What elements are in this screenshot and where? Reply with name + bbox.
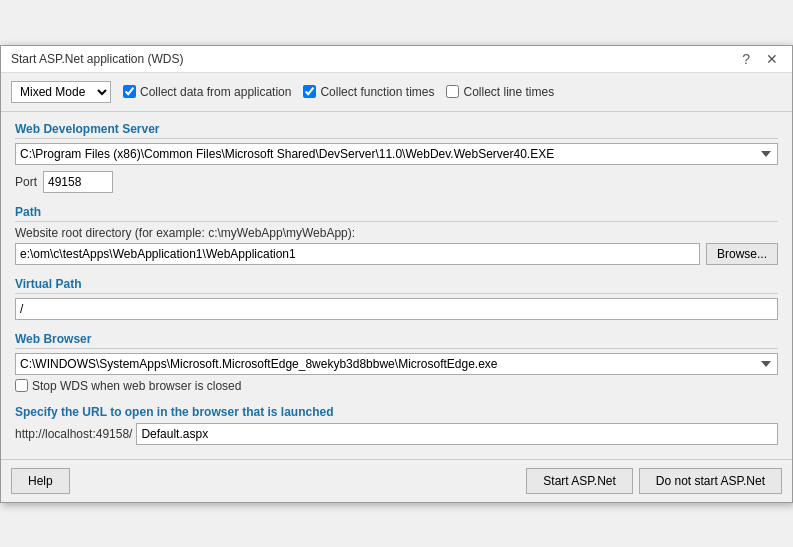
collect-data-checkbox-label[interactable]: Collect data from application: [123, 85, 291, 99]
title-bar-buttons: ? ✕: [738, 52, 782, 66]
port-input[interactable]: [43, 171, 113, 193]
path-section: Path Website root directory (for example…: [15, 205, 778, 265]
web-browser-title: Web Browser: [15, 332, 778, 346]
web-dev-server-title: Web Development Server: [15, 122, 778, 136]
url-row: http://localhost:49158/: [15, 423, 778, 445]
url-section: Specify the URL to open in the browser t…: [15, 405, 778, 445]
virtual-path-row: [15, 298, 778, 320]
virtual-path-section: Virtual Path: [15, 277, 778, 320]
collect-function-label: Collect function times: [320, 85, 434, 99]
dialog-title: Start ASP.Net application (WDS): [11, 52, 184, 66]
stop-wds-row: Stop WDS when web browser is closed: [15, 379, 778, 393]
do-not-start-button[interactable]: Do not start ASP.Net: [639, 468, 782, 494]
path-title: Path: [15, 205, 778, 219]
collect-data-checkbox[interactable]: [123, 85, 136, 98]
collect-function-checkbox[interactable]: [303, 85, 316, 98]
mode-select[interactable]: Mixed Mode: [11, 81, 111, 103]
close-btn[interactable]: ✕: [762, 52, 782, 66]
server-path-select[interactable]: C:\Program Files (x86)\Common Files\Micr…: [15, 143, 778, 165]
server-path-wrapper: C:\Program Files (x86)\Common Files\Micr…: [15, 143, 778, 165]
browser-path-select[interactable]: C:\WINDOWS\SystemApps\Microsoft.Microsof…: [15, 353, 778, 375]
start-aspnet-button[interactable]: Start ASP.Net: [526, 468, 633, 494]
footer-right: Start ASP.Net Do not start ASP.Net: [526, 468, 782, 494]
website-path-row: Browse...: [15, 243, 778, 265]
help-button[interactable]: Help: [11, 468, 70, 494]
stop-wds-checkbox[interactable]: [15, 379, 28, 392]
server-path-row: C:\Program Files (x86)\Common Files\Micr…: [15, 143, 778, 165]
collect-line-label: Collect line times: [463, 85, 554, 99]
dialog: Start ASP.Net application (WDS) ? ✕ Mixe…: [0, 45, 793, 503]
url-input[interactable]: [136, 423, 778, 445]
web-browser-section: Web Browser C:\WINDOWS\SystemApps\Micros…: [15, 332, 778, 393]
url-prefix: http://localhost:49158/: [15, 427, 132, 441]
collect-function-checkbox-label[interactable]: Collect function times: [303, 85, 434, 99]
browse-button[interactable]: Browse...: [706, 243, 778, 265]
footer-left: Help: [11, 468, 70, 494]
port-row: Port: [15, 171, 778, 193]
toolbar: Mixed Mode Collect data from application…: [1, 73, 792, 112]
stop-wds-label[interactable]: Stop WDS when web browser is closed: [15, 379, 241, 393]
web-dev-server-section: Web Development Server C:\Program Files …: [15, 122, 778, 193]
collect-line-checkbox[interactable]: [446, 85, 459, 98]
browser-path-wrapper: C:\WINDOWS\SystemApps\Microsoft.Microsof…: [15, 353, 778, 375]
website-path-input[interactable]: [15, 243, 700, 265]
help-icon-btn[interactable]: ?: [738, 52, 754, 66]
path-label-row: Website root directory (for example: c:\…: [15, 226, 778, 240]
collect-data-label: Collect data from application: [140, 85, 291, 99]
footer: Help Start ASP.Net Do not start ASP.Net: [1, 459, 792, 502]
specify-url-label: Specify the URL to open in the browser t…: [15, 405, 778, 419]
browser-path-row: C:\WINDOWS\SystemApps\Microsoft.Microsof…: [15, 353, 778, 375]
content-area: Web Development Server C:\Program Files …: [1, 112, 792, 459]
virtual-path-input[interactable]: [15, 298, 778, 320]
virtual-path-title: Virtual Path: [15, 277, 778, 291]
stop-wds-text: Stop WDS when web browser is closed: [32, 379, 241, 393]
website-label: Website root directory (for example: c:\…: [15, 226, 355, 240]
port-label: Port: [15, 175, 37, 189]
title-bar: Start ASP.Net application (WDS) ? ✕: [1, 46, 792, 73]
collect-line-checkbox-label[interactable]: Collect line times: [446, 85, 554, 99]
